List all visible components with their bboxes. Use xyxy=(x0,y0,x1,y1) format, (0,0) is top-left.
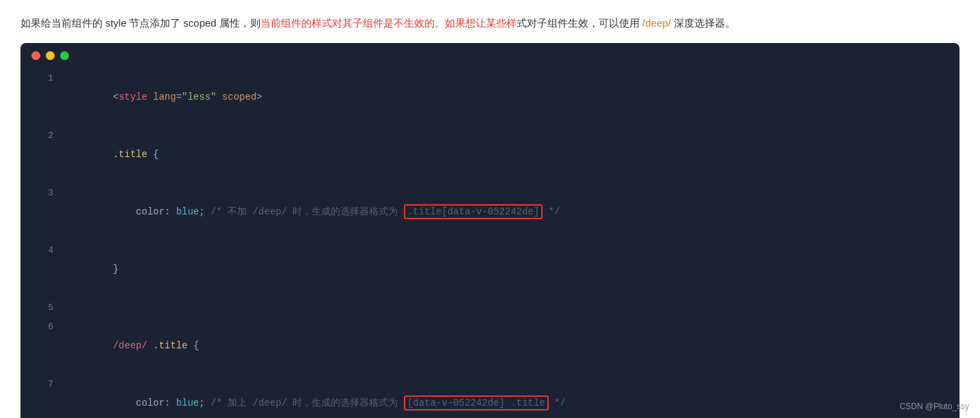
line-number: 2 xyxy=(37,127,53,145)
line-number: 5 xyxy=(37,299,53,317)
intro-highlight-1: 当前组件的样式对其子组件是不生效的。如果想让某些样 xyxy=(260,17,517,29)
line-number: 4 xyxy=(37,242,53,260)
line-number: 3 xyxy=(37,184,53,202)
code-text: .title { xyxy=(67,126,159,183)
code-line-2: 2 .title { xyxy=(21,126,959,183)
highlight-box-1: .title[data-v-052242de] xyxy=(404,204,543,219)
line-number: 1 xyxy=(37,70,53,87)
maximize-icon xyxy=(60,51,69,60)
code-line-3: 3 color: blue; /* 不加 /deep/ 时，生成的选择器格式为 … xyxy=(21,183,959,240)
code-content: 1 <style lang="less" scoped> 2 .title { … xyxy=(21,66,959,418)
intro-text-1: 如果给当前组件的 style 节点添加了 scoped 属性，则 xyxy=(21,17,260,29)
intro-text-2: 式对子组件生效，可以使用 xyxy=(517,17,640,29)
intro-paragraph: 如果给当前组件的 style 节点添加了 scoped 属性，则当前组件的样式对… xyxy=(21,14,959,32)
line-number: 6 xyxy=(37,318,53,336)
code-line-5: 5 xyxy=(21,298,959,317)
code-line-4: 4 } xyxy=(21,240,959,298)
code-text: /deep/ .title { xyxy=(67,317,199,374)
intro-text-3: 深度选择器。 xyxy=(674,17,735,29)
intro-highlight-2: /deep/ xyxy=(642,17,671,29)
code-line-6: 6 /deep/ .title { xyxy=(21,317,959,374)
code-text: color: blue; /* 加上 /deep/ 时，生成的选择器格式为 [d… xyxy=(67,374,566,418)
csdn-watermark: CSDN @Pluto_ssy xyxy=(899,402,969,411)
traffic-lights xyxy=(21,43,959,66)
code-text: } xyxy=(67,240,119,298)
code-line-1: 1 <style lang="less" scoped> xyxy=(21,68,959,126)
code-block: 1 <style lang="less" scoped> 2 .title { … xyxy=(21,43,959,418)
line-number: 7 xyxy=(37,376,53,393)
highlight-box-2: [data-v-052242de] .title xyxy=(404,395,549,410)
code-line-7: 7 color: blue; /* 加上 /deep/ 时，生成的选择器格式为 … xyxy=(21,374,959,418)
code-text: <style lang="less" scoped> xyxy=(67,68,262,126)
close-icon xyxy=(31,51,40,60)
code-text xyxy=(67,298,72,317)
code-text: color: blue; /* 不加 /deep/ 时，生成的选择器格式为 .t… xyxy=(67,183,560,240)
minimize-icon xyxy=(46,51,55,60)
